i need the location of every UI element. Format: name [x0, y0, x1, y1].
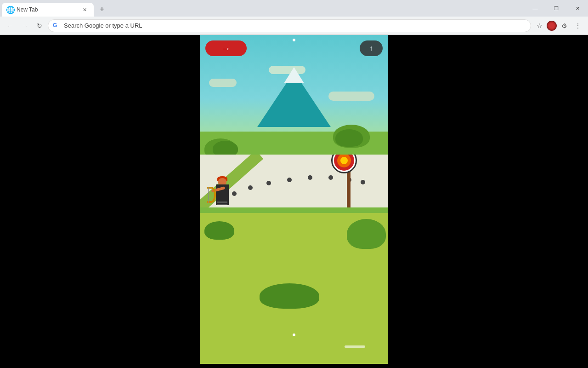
window-controls: — ❐ ✕ — [525, 0, 588, 17]
archer-body-stripes — [217, 201, 227, 203]
tab-title: New Tab — [17, 6, 81, 13]
up-button[interactable]: ↑ — [360, 40, 383, 56]
dot-bottom — [293, 334, 295, 336]
google-logo: G — [53, 22, 60, 29]
reload-button[interactable]: ↻ — [33, 19, 46, 32]
target-ring-red — [334, 155, 354, 171]
cloud-3 — [328, 92, 374, 101]
bottom-bar — [345, 345, 365, 348]
game-ground-top — [200, 132, 388, 155]
dot-top — [293, 39, 295, 41]
svg-point-3 — [266, 181, 271, 185]
tab-favicon: 🌐 — [7, 6, 14, 13]
extensions-button[interactable]: ⚙ — [558, 19, 571, 32]
game-play-area — [200, 155, 388, 207]
svg-point-8 — [361, 180, 365, 184]
extension-icon[interactable] — [547, 21, 557, 31]
minimize-button[interactable]: — — [525, 0, 546, 17]
direction-button[interactable]: → — [205, 40, 247, 56]
forward-button[interactable]: → — [18, 19, 31, 32]
bush-right-2 — [335, 129, 363, 147]
close-button[interactable]: ✕ — [567, 0, 588, 17]
svg-point-6 — [328, 175, 333, 180]
game-grass-bottom — [200, 207, 388, 364]
bush-bottom-right — [347, 219, 386, 249]
active-tab[interactable]: 🌐 New Tab ✕ — [2, 3, 94, 17]
bookmark-button[interactable]: ☆ — [533, 19, 546, 32]
mountain-snow — [284, 67, 304, 83]
svg-point-5 — [308, 175, 312, 180]
up-arrow-icon: ↑ — [369, 44, 373, 52]
new-tab-button[interactable]: + — [96, 3, 108, 16]
url-bar[interactable]: G Search Google or type a URL — [48, 19, 531, 32]
menu-button[interactable]: ⋮ — [571, 19, 584, 32]
grass-strip — [200, 207, 388, 213]
bush-bottom-center — [260, 283, 319, 309]
bush-bottom-left — [204, 221, 234, 240]
url-text: Search Google or type a URL — [64, 22, 526, 29]
svg-point-1 — [232, 191, 237, 196]
tab-close-button[interactable]: ✕ — [81, 6, 88, 13]
target-ring-orange — [337, 155, 351, 167]
direction-arrow-icon: → — [221, 43, 231, 54]
game-container: → ↑ — [200, 35, 388, 368]
cloud-1 — [209, 79, 237, 87]
content-area: → ↑ — [0, 35, 588, 368]
game-sky: → ↑ — [200, 35, 388, 141]
svg-point-4 — [287, 178, 292, 182]
target-ring-yellow — [340, 157, 348, 164]
toolbar-right: ☆ ⚙ ⋮ — [533, 19, 584, 32]
maximize-button[interactable]: ❐ — [546, 0, 567, 17]
browser-frame: 🌐 New Tab ✕ + — ❐ ✕ ← → ↻ G Search Googl… — [0, 0, 588, 368]
svg-point-2 — [248, 185, 253, 190]
tab-bar: 🌐 New Tab ✕ + — ❐ ✕ — [0, 0, 588, 17]
address-bar: ← → ↻ G Search Google or type a URL ☆ ⚙ … — [0, 17, 588, 35]
back-button[interactable]: ← — [4, 19, 17, 32]
archer — [214, 184, 226, 205]
bow-string — [208, 187, 209, 203]
